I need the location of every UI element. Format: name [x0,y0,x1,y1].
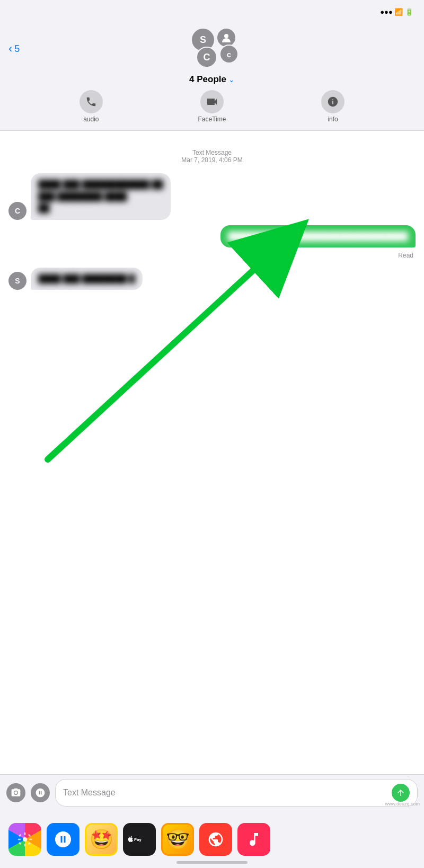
message-header: ‹ 5 S C c 4 People ⌄ [0,23,424,131]
svg-rect-11 [28,834,31,837]
watermark: www.deuzq.com [385,801,420,807]
svg-rect-10 [19,842,22,845]
group-name-row[interactable]: 4 People ⌄ [0,74,424,85]
message-row-incoming-1: C ████ ███ ████████████ █████ ████████ █… [8,173,416,220]
back-chevron-icon: ‹ [8,43,12,55]
read-label: Read [8,252,413,259]
send-button[interactable] [392,784,410,802]
memoji2-app-icon[interactable]: 🤓 [161,823,194,856]
audio-button[interactable]: audio [80,90,103,123]
info-label: info [328,116,338,123]
music-app-icon[interactable] [237,823,270,856]
photos-app-icon[interactable] [8,823,41,856]
svg-rect-7 [29,839,32,840]
svg-rect-9 [28,842,31,845]
avatar-c1: C [196,47,217,68]
outgoing-bubble-wrap: ████████████████████████████████ [220,225,416,247]
blurred-message-1: ████ ███ ████████████ █████ ████████ ███… [38,180,163,212]
back-button[interactable]: ‹ 5 [8,43,20,55]
svg-rect-8 [19,834,22,837]
group-name-chevron-icon: ⌄ [228,75,235,84]
facetime-label: FaceTime [198,116,226,123]
outgoing-bubble: ████████████████████████████████ [220,225,416,247]
date-header: Text Message Mar 7, 2019, 4:06 PM [8,149,416,164]
incoming-bubble-1: ████ ███ ████████████ █████ ████████ ███… [31,173,171,220]
memoji-app-icon[interactable]: 🤩 [85,823,118,856]
svg-rect-6 [18,839,21,840]
header-actions: audio FaceTime info [0,85,424,125]
video-icon [200,90,224,113]
group-avatars: S C c [186,28,238,70]
svg-point-3 [23,837,27,842]
appstore-app-icon[interactable] [47,823,80,856]
audio-label: audio [83,116,99,123]
header-top: ‹ 5 S C c [0,23,424,72]
status-icons: ●●● 📶 🔋 [380,8,413,16]
blurred-message-3: ████ ███ ████████ █ [38,274,135,283]
camera-button[interactable] [6,783,25,802]
svg-text:Pay: Pay [134,837,142,842]
message-input[interactable]: Text Message [63,788,387,798]
svg-point-0 [224,34,228,38]
date-text-line1: Text Message [8,149,416,156]
phone-icon [80,90,103,113]
sender-avatar-c: C [8,202,26,220]
info-button[interactable]: info [321,90,344,123]
appstore-button[interactable] [31,783,50,802]
websearch-app-icon[interactable] [199,823,232,856]
text-input-wrap[interactable]: Text Message [55,779,418,807]
status-bar: ●●● 📶 🔋 [0,0,424,23]
message-row-outgoing: ████████████████████████████████ [8,225,416,247]
back-count: 5 [14,43,20,55]
input-bar: Text Message [0,774,424,811]
facetime-button[interactable]: FaceTime [198,90,226,123]
incoming-bubble-wrap-2: ████ ███ ████████ █ [31,268,143,290]
incoming-bubble-2: ████ ███ ████████ █ [31,268,143,290]
svg-rect-5 [24,844,26,846]
incoming-bubble-wrap-1: ████ ███ ████████████ █████ ████████ ███… [31,173,171,220]
app-drawer: 🤩 Pay 🤓 [0,811,424,868]
svg-rect-4 [24,832,26,835]
sender-avatar-s: S [8,272,26,290]
date-text-line2: Mar 7, 2019, 4:06 PM [8,156,416,164]
applepay-app-icon[interactable]: Pay [123,823,156,856]
home-indicator [176,861,248,864]
message-row-incoming-2: S ████ ███ ████████ █ [8,268,416,290]
group-name: 4 People [189,74,226,85]
info-icon [321,90,344,113]
messages-area: Text Message Mar 7, 2019, 4:06 PM C ████… [0,131,424,814]
avatar-c2: c [219,45,238,64]
blurred-message-2: ████████████████████████████████ [228,232,408,241]
